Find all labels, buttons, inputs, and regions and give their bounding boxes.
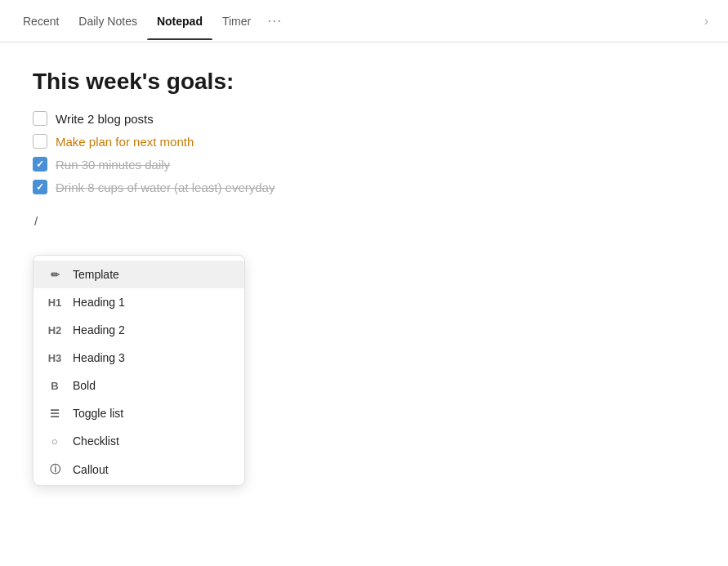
checklist-icon: ○ (47, 435, 63, 448)
h1-icon: H1 (47, 296, 63, 309)
menu-item-heading2[interactable]: H2 Heading 2 (33, 316, 244, 344)
checklist-item-1: Write 2 blog posts (33, 111, 695, 126)
callout-icon: ⓘ (47, 462, 63, 477)
tab-timer[interactable]: Timer (212, 3, 261, 39)
menu-label-toggle-list: Toggle list (73, 407, 123, 420)
checkbox-3[interactable] (33, 157, 47, 172)
checklist-item-2: Make plan for next month (33, 134, 695, 149)
item-text-1: Write 2 blog posts (56, 112, 154, 126)
checkbox-1[interactable] (33, 111, 47, 126)
menu-label-heading3: Heading 3 (73, 351, 125, 364)
tab-bar: Recent Daily Notes Notepad Timer ··· › (0, 0, 728, 42)
item-text-4: Drink 8 cups of water (at least) everyda… (56, 180, 275, 194)
template-icon: ✏ (47, 269, 63, 281)
menu-item-bold[interactable]: B Bold (33, 372, 244, 399)
menu-item-callout[interactable]: ⓘ Callout (33, 455, 244, 480)
slash-command-line[interactable]: / (33, 214, 695, 228)
checkbox-4[interactable] (33, 180, 47, 194)
menu-label-template: Template (73, 268, 119, 281)
bold-icon: B (47, 380, 63, 392)
page-title: This week's goals: (33, 69, 695, 95)
menu-item-toggle-list[interactable]: ☰ Toggle list (33, 399, 244, 427)
main-content: This week's goals: Write 2 blog posts Ma… (0, 42, 728, 254)
toggle-list-icon: ☰ (47, 408, 63, 420)
tab-more[interactable]: ··· (261, 1, 288, 41)
checkbox-2[interactable] (33, 134, 47, 149)
h3-icon: H3 (47, 352, 63, 364)
menu-label-callout: Callout (73, 463, 109, 476)
checklist-item-4: Drink 8 cups of water (at least) everyda… (33, 180, 695, 194)
menu-label-heading1: Heading 1 (73, 296, 125, 309)
h2-icon: H2 (47, 324, 63, 336)
tab-chevron-right[interactable]: › (698, 11, 715, 32)
checklist: Write 2 blog posts Make plan for next mo… (33, 111, 695, 194)
menu-item-template[interactable]: ✏ Template (33, 261, 244, 288)
tab-notepad[interactable]: Notepad (147, 3, 212, 39)
slash-command-dropdown: ✏ Template H1 Heading 1 H2 Heading 2 H3 … (33, 255, 245, 486)
menu-item-heading3[interactable]: H3 Heading 3 (33, 344, 244, 372)
item-text-2: Make plan for next month (56, 135, 194, 149)
tab-recent[interactable]: Recent (13, 3, 69, 39)
menu-label-bold: Bold (73, 379, 96, 392)
menu-label-heading2: Heading 2 (73, 323, 125, 336)
menu-label-checklist: Checklist (73, 435, 119, 448)
item-text-3: Run 30 minutes daily (56, 158, 170, 172)
menu-item-checklist[interactable]: ○ Checklist (33, 427, 244, 455)
menu-item-heading1[interactable]: H1 Heading 1 (33, 288, 244, 316)
checklist-item-3: Run 30 minutes daily (33, 157, 695, 172)
tab-daily-notes[interactable]: Daily Notes (69, 3, 147, 39)
